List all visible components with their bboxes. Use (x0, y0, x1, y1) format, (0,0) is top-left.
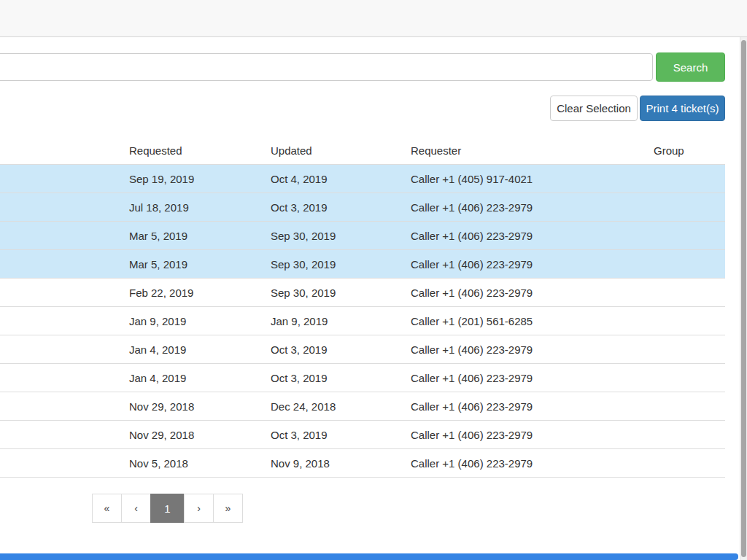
table-row[interactable]: Jan 4, 2019 Oct 3, 2019 Caller +1 (406) … (0, 335, 725, 364)
requester-cell: Caller +1 (406) 223-2979 (411, 372, 654, 384)
requester-cell: Caller +1 (405) 917-4021 (411, 173, 654, 185)
table-row[interactable]: Jan 4, 2019 Oct 3, 2019 Caller +1 (406) … (0, 364, 725, 392)
table-row[interactable]: Jul 18, 2019 Oct 3, 2019 Caller +1 (406)… (0, 193, 725, 222)
requester-cell: Caller +1 (406) 223-2979 (411, 400, 654, 413)
updated-cell: Oct 3, 2019 (271, 429, 411, 441)
updated-cell: Oct 3, 2019 (271, 343, 411, 356)
search-button[interactable]: Search (656, 52, 725, 82)
requested-cell: Nov 29, 2018 (129, 400, 271, 413)
table-row[interactable]: Nov 29, 2018 Dec 24, 2018 Caller +1 (406… (0, 392, 725, 421)
updated-cell: Jan 9, 2019 (271, 315, 411, 327)
horizontal-scrollbar-thumb[interactable] (0, 553, 738, 560)
updated-cell: Oct 3, 2019 (271, 372, 411, 384)
requested-cell: Nov 29, 2018 (129, 429, 271, 441)
column-header-updated[interactable]: Updated (271, 144, 411, 157)
updated-cell: Sep 30, 2019 (271, 230, 411, 242)
updated-cell: Oct 4, 2019 (271, 173, 411, 185)
requester-cell: Caller +1 (406) 223-2979 (411, 457, 654, 470)
ticket-table: Requested Updated Requester Group Sep 19… (0, 137, 725, 478)
requested-cell: Sep 19, 2019 (129, 173, 271, 185)
column-header-requester[interactable]: Requester (411, 144, 654, 157)
pagination: « ‹ 1 › » (92, 494, 243, 523)
table-row[interactable]: Feb 22, 2019 Sep 30, 2019 Caller +1 (406… (0, 279, 725, 307)
requester-cell: Caller +1 (406) 223-2979 (411, 287, 654, 299)
requester-cell: Caller +1 (201) 561-6285 (411, 315, 654, 327)
pagination-next-button[interactable]: › (184, 494, 214, 523)
table-header-row: Requested Updated Requester Group (0, 137, 725, 165)
column-header-requested[interactable]: Requested (129, 144, 271, 157)
horizontal-scrollbar[interactable] (0, 553, 740, 560)
clear-selection-button[interactable]: Clear Selection (550, 96, 638, 121)
updated-cell: Nov 9, 2018 (271, 457, 411, 470)
requested-cell: Mar 5, 2019 (129, 258, 271, 271)
requester-cell: Caller +1 (406) 223-2979 (411, 230, 654, 242)
top-navbar (0, 0, 747, 37)
pagination-first-button[interactable]: « (92, 494, 122, 523)
requested-cell: Jul 18, 2019 (129, 201, 271, 214)
print-tickets-button[interactable]: Print 4 ticket(s) (640, 96, 725, 121)
updated-cell: Sep 30, 2019 (271, 258, 411, 271)
requester-cell: Caller +1 (406) 223-2979 (411, 258, 654, 271)
column-header-group[interactable]: Group (654, 144, 725, 157)
table-row[interactable]: Nov 29, 2018 Oct 3, 2019 Caller +1 (406)… (0, 421, 725, 449)
requested-cell: Nov 5, 2018 (129, 457, 271, 470)
pagination-prev-button[interactable]: ‹ (121, 494, 151, 523)
requested-cell: Jan 9, 2019 (129, 315, 271, 327)
table-row[interactable]: Sep 19, 2019 Oct 4, 2019 Caller +1 (405)… (0, 165, 725, 193)
table-row[interactable]: Nov 5, 2018 Nov 9, 2018 Caller +1 (406) … (0, 449, 725, 478)
requested-cell: Jan 4, 2019 (129, 372, 271, 384)
pagination-page-1-button[interactable]: 1 (150, 494, 185, 523)
vertical-scrollbar[interactable] (740, 37, 747, 560)
pagination-last-button[interactable]: » (213, 494, 243, 523)
requested-cell: Feb 22, 2019 (129, 287, 271, 299)
table-row[interactable]: Mar 5, 2019 Sep 30, 2019 Caller +1 (406)… (0, 250, 725, 279)
requested-cell: Mar 5, 2019 (129, 230, 271, 242)
table-row[interactable]: Mar 5, 2019 Sep 30, 2019 Caller +1 (406)… (0, 222, 725, 250)
updated-cell: Sep 30, 2019 (271, 287, 411, 299)
requester-cell: Caller +1 (406) 223-2979 (411, 201, 654, 214)
requester-cell: Caller +1 (406) 223-2979 (411, 429, 654, 441)
vertical-scrollbar-thumb[interactable] (741, 40, 746, 557)
updated-cell: Dec 24, 2018 (271, 400, 411, 413)
search-input[interactable] (0, 53, 653, 81)
requester-cell: Caller +1 (406) 223-2979 (411, 343, 654, 356)
table-row[interactable]: Jan 9, 2019 Jan 9, 2019 Caller +1 (201) … (0, 307, 725, 335)
requested-cell: Jan 4, 2019 (129, 343, 271, 356)
updated-cell: Oct 3, 2019 (271, 201, 411, 214)
